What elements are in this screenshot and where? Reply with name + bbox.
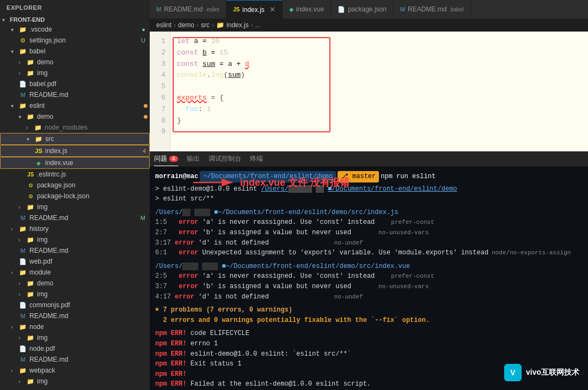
bc-sep: › — [174, 21, 176, 29]
tab-readme-eslint[interactable]: M README.md eslint — [150, 0, 226, 19]
folder-icon: 📁 — [26, 290, 35, 298]
sidebar-item-history[interactable]: › 📁 history — [0, 223, 150, 234]
sidebar-item-module[interactable]: › 📁 module — [0, 267, 150, 278]
code-line-2: const b = 15 — [177, 47, 581, 59]
chevron-icon: › — [19, 59, 26, 65]
watermark: V vivo互联网技术 — [504, 364, 579, 381]
panel-tab-terminal[interactable]: 终端 — [250, 152, 263, 166]
term-npm-3: npm ERR! eslint-demo@1.0.0 eslint: `esli… — [155, 349, 583, 359]
term-err-1-4: 6:1 error Unexpected assignment to 'expo… — [155, 248, 583, 258]
chevron-icon: › — [19, 281, 26, 287]
sidebar-item-node[interactable]: › 📁 node — [0, 321, 150, 332]
explorer-header: EXPLORER — [0, 0, 150, 15]
sidebar-item-babel-demo[interactable]: › 📁 demo — [0, 57, 150, 68]
sidebar-item-label: .eslintrc.js — [37, 170, 150, 178]
json-icon: 📄 — [338, 6, 345, 13]
sidebar-root[interactable]: ▾ FRONT-END — [0, 15, 150, 24]
sidebar-item-module-demo[interactable]: › 📁 demo — [0, 278, 150, 289]
js-icon: JS — [26, 170, 35, 179]
sidebar-item-package-json[interactable]: ⚙ package.json — [0, 180, 150, 191]
tab-label: index.vue — [296, 5, 324, 13]
md-icon: M — [19, 312, 27, 320]
md-icon: M — [19, 246, 27, 255]
folder-icon: 📁 — [19, 268, 27, 277]
sidebar-item-package-lock[interactable]: ⚙ package-lock.json — [0, 191, 150, 202]
tab-index-vue[interactable]: ◆ index.vue — [283, 0, 331, 19]
breadcrumb-src: src — [201, 21, 210, 29]
panel-tab-debug[interactable]: 调试控制台 — [209, 152, 241, 166]
sidebar-item-eslint[interactable]: ▾ 📁 eslint — [0, 100, 150, 111]
bc-sep: › — [212, 21, 214, 29]
sidebar-item-eslint-demo[interactable]: ▾ 📁 demo — [0, 111, 150, 122]
issues-badge: 4 — [169, 156, 178, 162]
sidebar-item-label: module — [29, 269, 150, 276]
md-icon: M — [19, 355, 27, 364]
tab-index-js[interactable]: JS index.js ✕ — [226, 0, 283, 19]
sidebar-item-eslintrc[interactable]: JS .eslintrc.js — [0, 169, 150, 180]
sidebar-item-babel-img[interactable]: › 📁 img — [0, 68, 150, 78]
tab-readme-babel[interactable]: M README.md babel — [394, 0, 471, 19]
sidebar-item-label: commonjs.pdf — [29, 301, 150, 309]
sidebar-item-label: img — [37, 334, 150, 342]
sidebar-item-label: web.pdf — [29, 258, 150, 265]
sidebar-item-label: demo — [37, 279, 150, 287]
tab-close-button[interactable]: ✕ — [270, 5, 275, 14]
sidebar-item-babel-pdf[interactable]: 📄 babel.pdf — [0, 78, 150, 89]
sidebar-item-webpack[interactable]: › 📁 webpack — [0, 365, 150, 376]
sidebar-item-settings[interactable]: ⚙ settings.json U — [0, 35, 150, 46]
sidebar-item-history-web[interactable]: 📄 web.pdf — [0, 256, 150, 267]
dot-orange — [144, 115, 148, 119]
code-line-5 — [177, 81, 581, 93]
chevron-icon: › — [11, 270, 19, 276]
pdf-icon: 📄 — [19, 344, 27, 353]
tab-package-json[interactable]: 📄 package.json — [331, 0, 394, 19]
sidebar-item-babel-readme[interactable]: M README.md — [0, 89, 150, 100]
sidebar-item-commonjs[interactable]: 📄 commonjs.pdf — [0, 300, 150, 310]
folder-icon: 📁 — [19, 101, 27, 110]
sidebar-item-label: .vscode — [29, 26, 142, 33]
breadcrumb: eslint › demo › src › 📁 index.js › ... — [150, 19, 588, 32]
watermark-icon: V — [504, 364, 522, 381]
sidebar-item-vscode[interactable]: ▾ 📁 .vscode ● — [0, 24, 150, 35]
breadcrumb-indexjs: index.js — [226, 21, 249, 29]
sidebar-item-label: babel — [29, 47, 150, 55]
panel-tab-issues[interactable]: 问题4 — [154, 152, 178, 166]
panel-tab-output[interactable]: 输出 — [187, 152, 200, 166]
watermark-text: vivo互联网技术 — [526, 368, 579, 377]
sidebar-item-label: src — [45, 135, 149, 143]
sidebar-item-label: settings.json — [29, 36, 141, 44]
sidebar-item-node-img[interactable]: › 📁 img — [0, 332, 150, 343]
sidebar-item-label: node — [29, 323, 150, 331]
terminal[interactable]: morrain@mac ~/Documents/front-end/eslint… — [150, 167, 588, 390]
sidebar-item-babel[interactable]: ▾ 📁 babel — [0, 46, 150, 57]
js-icon: JS — [233, 7, 240, 13]
main-panel: M README.md eslint JS index.js ✕ ◆ index… — [150, 0, 588, 390]
sidebar-item-history-img[interactable]: › 📁 img — [0, 234, 150, 245]
sidebar-item-src[interactable]: ▾ 📁 src — [0, 133, 150, 145]
folder-icon: 📁 — [26, 58, 35, 66]
sidebar-item-label: img — [37, 377, 150, 385]
folder-icon: 📁 — [19, 322, 27, 331]
folder-icon: 📁 — [26, 69, 35, 77]
sidebar-item-eslint-readme[interactable]: M README.md M — [0, 212, 150, 223]
sidebar-item-node-pdf[interactable]: 📄 node.pdf — [0, 343, 150, 354]
sidebar-item-module-readme[interactable]: M README.md — [0, 310, 150, 321]
badge-errors: 4 — [143, 148, 146, 154]
chevron-icon: ▾ — [2, 17, 10, 23]
term-err-1-2: 2:7 error 'b' is assigned a value but ne… — [155, 228, 583, 238]
sidebar-item-webpack-img[interactable]: › 📁 img — [0, 376, 150, 387]
sidebar-item-module-img[interactable]: › 📁 img — [0, 289, 150, 300]
chevron-icon: › — [19, 291, 26, 297]
chevron-icon: › — [19, 204, 26, 210]
sidebar-item-eslint-img[interactable]: › 📁 img — [0, 202, 150, 212]
code-editor: 123456789 let a = 10 const b = 15 const … — [150, 32, 588, 151]
folder-icon: 📁 — [26, 279, 35, 288]
sidebar-item-node-modules[interactable]: › 📁 node_modules — [0, 122, 150, 133]
md-icon: M — [19, 214, 27, 222]
sidebar-item-history-readme[interactable]: M README.md — [0, 245, 150, 256]
sidebar-item-index-vue[interactable]: ◆ index.vue — [0, 157, 150, 169]
tab-label: package.json — [348, 5, 387, 13]
sidebar-item-index-js[interactable]: JS index.js 4 — [0, 145, 150, 157]
sidebar-item-node-readme[interactable]: M README.md — [0, 354, 150, 365]
sidebar-item-label: img — [37, 236, 150, 243]
